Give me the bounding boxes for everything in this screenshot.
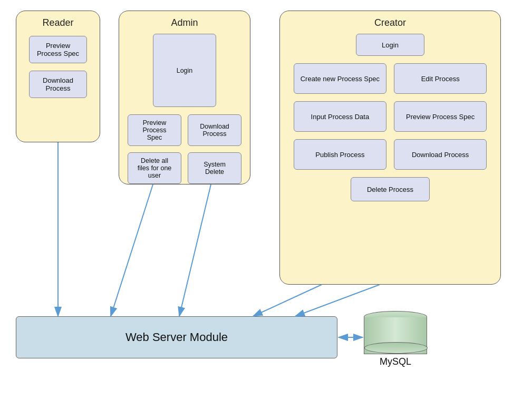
- reader-actions: Preview Process Spec Download Process: [29, 36, 87, 98]
- reader-title: Reader: [42, 17, 73, 28]
- mysql-container: MySQL: [364, 311, 427, 367]
- admin-login[interactable]: Login: [153, 34, 216, 107]
- creator-login[interactable]: Login: [356, 34, 424, 56]
- cylinder-bottom-ellipse: [364, 342, 428, 354]
- cylinder-body: [364, 317, 427, 354]
- admin-preview-process-spec[interactable]: Preview Process Spec: [128, 114, 181, 146]
- admin-title: Admin: [171, 17, 198, 28]
- creator-box: Creator Login Create new Process Spec Ed…: [279, 11, 501, 285]
- reader-box: Reader Preview Process Spec Download Pro…: [16, 11, 100, 142]
- admin-to-webserver-arrow2: [179, 184, 211, 316]
- admin-download-process[interactable]: Download Process: [188, 114, 241, 146]
- admin-to-webserver-arrow1: [111, 184, 153, 316]
- creator-download-process[interactable]: Download Process: [394, 139, 487, 170]
- admin-delete-all-files[interactable]: Delete all files for one user: [128, 152, 181, 184]
- webserver-label: Web Server Module: [125, 330, 228, 344]
- creator-to-webserver-arrow1: [253, 285, 322, 316]
- creator-input-process-data[interactable]: Input Process Data: [294, 101, 386, 132]
- creator-title: Creator: [374, 17, 406, 28]
- creator-create-process-spec[interactable]: Create new Process Spec: [294, 63, 386, 94]
- admin-box: Admin Login Preview Process Spec Downloa…: [119, 11, 250, 184]
- creator-delete-process[interactable]: Delete Process: [351, 177, 430, 201]
- diagram-container: Reader Preview Process Spec Download Pro…: [0, 0, 532, 399]
- creator-edit-process[interactable]: Edit Process: [394, 63, 487, 94]
- reader-download-process[interactable]: Download Process: [29, 71, 87, 98]
- creator-preview-process-spec[interactable]: Preview Process Spec: [394, 101, 487, 132]
- admin-system-delete[interactable]: System Delete: [188, 152, 241, 184]
- webserver-box: Web Server Module: [16, 316, 337, 358]
- mysql-label: MySQL: [380, 356, 411, 367]
- mysql-cylinder: [364, 311, 427, 354]
- creator-publish-process[interactable]: Publish Process: [294, 139, 386, 170]
- reader-preview-process-spec[interactable]: Preview Process Spec: [29, 36, 87, 63]
